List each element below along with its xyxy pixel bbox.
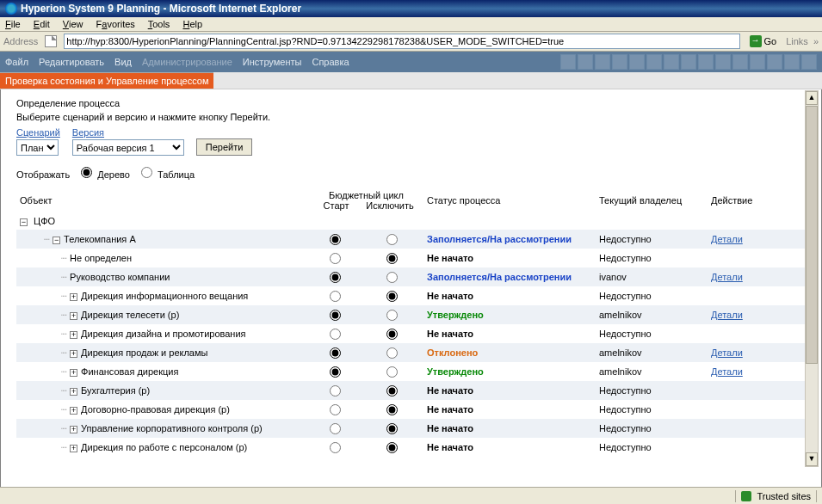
start-radio[interactable] bbox=[330, 347, 341, 359]
toolbar-btn-8[interactable] bbox=[681, 54, 696, 70]
exclude-radio[interactable] bbox=[386, 234, 398, 245]
tree-toggle-icon[interactable]: + bbox=[70, 369, 77, 377]
details-link[interactable]: Детали bbox=[711, 272, 743, 282]
go-button[interactable]: Go bbox=[744, 34, 783, 49]
exclude-radio[interactable] bbox=[386, 291, 398, 302]
tree-node-label[interactable]: Дирекция дизайна и промотирования bbox=[81, 329, 245, 339]
details-link[interactable]: Детали bbox=[711, 347, 743, 358]
start-radio[interactable] bbox=[330, 310, 341, 321]
toolbar-btn-15[interactable] bbox=[801, 54, 817, 70]
menu-edit[interactable]: Edit bbox=[34, 19, 50, 29]
go-process-button[interactable]: Перейти bbox=[196, 138, 253, 156]
exclude-radio[interactable] bbox=[386, 310, 398, 321]
tree-node-label[interactable]: Дирекция продаж и рекламы bbox=[81, 347, 207, 358]
tree-node-label[interactable]: Дирекция информационного вещания bbox=[81, 291, 248, 301]
tree-node-label[interactable]: Телекомпания A bbox=[64, 234, 136, 244]
exclude-radio[interactable] bbox=[386, 253, 398, 264]
menu-file[interactable]: File bbox=[5, 19, 21, 29]
start-radio[interactable] bbox=[330, 253, 341, 264]
exclude-radio[interactable] bbox=[386, 423, 398, 434]
view-tree-label: Дерево bbox=[97, 169, 130, 180]
view-tree-radio[interactable] bbox=[81, 167, 92, 178]
owner-text: Недоступно bbox=[596, 438, 708, 457]
toolbar-btn-1[interactable] bbox=[560, 54, 576, 70]
toolbar-btn-10[interactable] bbox=[715, 54, 731, 70]
app-menu-Инструменты[interactable]: Инструменты bbox=[243, 57, 302, 67]
exclude-radio[interactable] bbox=[386, 329, 398, 340]
tree-node-label[interactable]: Бухгалтерия (р) bbox=[81, 385, 150, 396]
tree-toggle-icon[interactable]: + bbox=[70, 388, 77, 396]
details-link[interactable]: Детали bbox=[711, 366, 743, 377]
toolbar-btn-12[interactable] bbox=[750, 54, 765, 70]
details-link[interactable]: Детали bbox=[711, 310, 743, 320]
toolbar-btn-3[interactable] bbox=[595, 54, 610, 70]
start-radio[interactable] bbox=[330, 234, 341, 245]
tree-node-label[interactable]: Руководство компании bbox=[70, 272, 170, 282]
address-input[interactable] bbox=[64, 34, 739, 49]
toolbar-btn-2[interactable] bbox=[578, 54, 593, 70]
vertical-scrollbar[interactable]: ▲ ▼ bbox=[805, 90, 819, 467]
scenario-label: Сценарий bbox=[16, 127, 60, 138]
exclude-radio[interactable] bbox=[386, 385, 398, 396]
app-menu-Справка[interactable]: Справка bbox=[312, 57, 349, 67]
tree-node-label[interactable]: Договорно-правовая дирекция (р) bbox=[81, 404, 230, 415]
tree-toggle-icon[interactable]: + bbox=[70, 445, 77, 452]
tree-root[interactable]: ЦФО bbox=[34, 216, 55, 226]
col-status: Статус процесса bbox=[423, 188, 596, 212]
start-radio[interactable] bbox=[330, 385, 341, 396]
tree-node-label[interactable]: Дирекция телесети (р) bbox=[81, 310, 179, 320]
go-icon bbox=[750, 35, 762, 47]
version-select[interactable]: Рабочая версия 1 bbox=[72, 139, 184, 156]
app-menu-Редактировать[interactable]: Редактировать bbox=[39, 57, 104, 67]
scenario-select[interactable]: План bbox=[16, 139, 59, 156]
start-radio[interactable] bbox=[330, 272, 341, 283]
menu-view[interactable]: View bbox=[63, 19, 83, 29]
tree-toggle-icon[interactable]: + bbox=[70, 293, 77, 301]
tree-node-label[interactable]: Финансовая дирекция bbox=[81, 366, 178, 377]
toolbar-btn-11[interactable] bbox=[732, 54, 748, 70]
tree-node-label[interactable]: Не определен bbox=[70, 253, 132, 263]
toolbar-btn-9[interactable] bbox=[698, 54, 714, 70]
tree-node-label[interactable]: Управление корпоративного контроля (р) bbox=[81, 423, 263, 433]
tree-toggle-icon[interactable]: + bbox=[70, 426, 77, 433]
app-menu-Администрирование: Администрирование bbox=[142, 57, 232, 67]
exclude-radio[interactable] bbox=[386, 366, 398, 378]
menu-tools[interactable]: Tools bbox=[148, 19, 170, 29]
exclude-radio[interactable] bbox=[386, 272, 398, 283]
start-radio[interactable] bbox=[330, 291, 341, 302]
tree-toggle-icon[interactable]: + bbox=[70, 407, 77, 415]
app-menu-Вид[interactable]: Вид bbox=[114, 57, 132, 67]
toolbar-btn-14[interactable] bbox=[784, 54, 800, 70]
tree-toggle-icon[interactable]: − bbox=[53, 237, 60, 244]
start-radio[interactable] bbox=[330, 404, 341, 415]
tree-toggle-icon[interactable]: + bbox=[70, 350, 77, 358]
menu-help[interactable]: Help bbox=[182, 19, 202, 29]
toolbar-btn-6[interactable] bbox=[646, 54, 662, 70]
exclude-radio[interactable] bbox=[386, 404, 398, 415]
links-label[interactable]: Links bbox=[786, 36, 808, 46]
start-radio[interactable] bbox=[330, 329, 341, 340]
start-radio[interactable] bbox=[330, 366, 341, 378]
menu-favorites[interactable]: Favorites bbox=[96, 19, 135, 29]
app-menu-Файл[interactable]: Файл bbox=[5, 57, 28, 67]
details-link[interactable]: Детали bbox=[711, 234, 743, 244]
scroll-down-icon[interactable]: ▼ bbox=[806, 452, 818, 466]
tree-node-label[interactable]: Дирекция по работе с персоналом (р) bbox=[81, 442, 247, 452]
address-bar: Address Go Links » bbox=[0, 32, 822, 52]
view-table-radio[interactable] bbox=[141, 167, 152, 178]
exclude-radio[interactable] bbox=[386, 347, 398, 359]
toolbar-btn-7[interactable] bbox=[664, 54, 679, 70]
owner-text: amelnikov bbox=[596, 305, 708, 324]
tree-toggle-icon[interactable]: + bbox=[70, 312, 77, 320]
toolbar-btn-4[interactable] bbox=[612, 54, 627, 70]
exclude-radio[interactable] bbox=[386, 442, 398, 453]
links-chevron-icon[interactable]: » bbox=[813, 36, 819, 46]
start-radio[interactable] bbox=[330, 442, 341, 453]
root-collapse-icon[interactable]: − bbox=[20, 218, 28, 226]
toolbar-btn-5[interactable] bbox=[629, 54, 645, 70]
start-radio[interactable] bbox=[330, 423, 341, 434]
scroll-thumb[interactable] bbox=[806, 106, 818, 364]
toolbar-btn-13[interactable] bbox=[767, 54, 782, 70]
tree-toggle-icon[interactable]: + bbox=[70, 331, 77, 339]
scroll-up-icon[interactable]: ▲ bbox=[806, 91, 818, 105]
